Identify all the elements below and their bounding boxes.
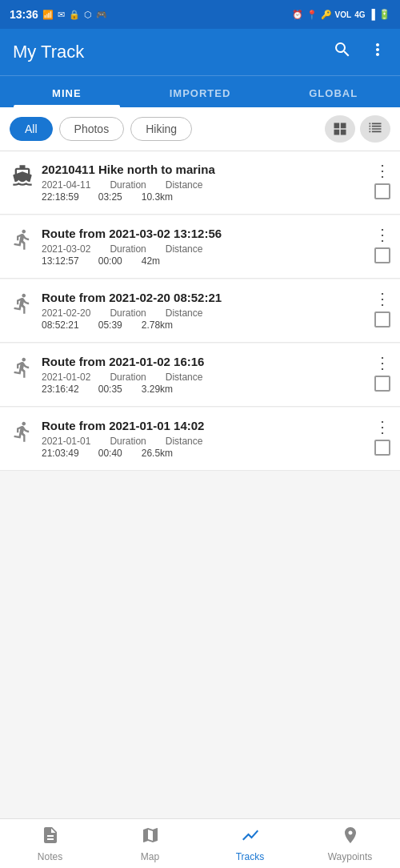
- track-actions: ⋮: [374, 227, 390, 263]
- track-content: Route from 2021-01-01 14:02 2021-01-01 D…: [42, 419, 366, 459]
- lte-icon: 4G: [354, 10, 365, 19]
- track-time: 13:12:57: [42, 255, 79, 267]
- track-title: 20210411 Hike north to marina: [42, 163, 366, 176]
- map-icon: [141, 826, 160, 850]
- track-meta-date: 2021-02-20 Duration Distance: [42, 307, 366, 319]
- tab-mine[interactable]: MINE: [0, 76, 134, 107]
- track-title: Route from 2021-03-02 13:12:56: [42, 227, 366, 240]
- track-checkbox[interactable]: [374, 440, 390, 456]
- filter-hiking[interactable]: Hiking: [130, 117, 192, 141]
- battery-icon: 🔋: [378, 9, 390, 20]
- track-checkbox[interactable]: [374, 376, 390, 392]
- track-time: 21:03:49: [42, 448, 79, 459]
- track-date: 2021-01-02: [42, 372, 90, 383]
- track-item[interactable]: Route from 2021-02-20 08:52:21 2021-02-2…: [0, 279, 400, 343]
- track-meta-values: 23:16:42 00:35 3.29km: [42, 384, 366, 395]
- status-left: 13:36 📶 ✉ 🔒 ⬡ 🎮: [10, 8, 107, 21]
- track-item[interactable]: Route from 2021-01-01 14:02 2021-01-01 D…: [0, 408, 400, 471]
- nav-notes[interactable]: Notes: [0, 819, 100, 868]
- track-meta-values: 22:18:59 03:25 10.3km: [42, 191, 366, 203]
- track-distance: 3.29km: [142, 384, 173, 395]
- track-icon-walk2: [11, 420, 34, 448]
- track-title: Route from 2021-02-20 08:52:21: [42, 291, 366, 304]
- signal-icon: ▐: [368, 9, 375, 20]
- track-time: 08:52:21: [42, 319, 79, 331]
- nav-map-label: Map: [141, 851, 159, 862]
- track-actions: ⋮: [374, 419, 390, 456]
- track-icon-run2: [11, 356, 34, 384]
- track-distance-label: Distance: [166, 179, 203, 191]
- bottom-nav: Notes Map Tracks Waypoints: [0, 818, 400, 868]
- track-distance-label: Distance: [166, 372, 203, 383]
- gamepad-icon: 🎮: [96, 10, 107, 20]
- track-meta-values: 13:12:57 00:00 42m: [42, 255, 366, 267]
- sim-icon: 📶: [42, 10, 54, 20]
- track-duration-label: Duration: [110, 243, 146, 255]
- track-title: Route from 2021-01-01 14:02: [42, 419, 366, 432]
- track-more-icon[interactable]: ⋮: [374, 419, 390, 435]
- track-item[interactable]: Route from 2021-01-02 16:16 2021-01-02 D…: [0, 344, 400, 407]
- track-meta-values: 21:03:49 00:40 26.5km: [42, 448, 366, 459]
- vol-icon: VOL: [335, 10, 352, 19]
- track-more-icon[interactable]: ⋮: [374, 163, 390, 179]
- more-options-icon[interactable]: [368, 40, 387, 64]
- track-actions: ⋮: [374, 163, 390, 199]
- nav-tracks-label: Tracks: [236, 851, 265, 862]
- tab-global[interactable]: GLOBAL: [266, 76, 400, 107]
- track-icon-run: [11, 292, 34, 319]
- tracks-icon: [241, 826, 260, 850]
- track-title: Route from 2021-01-02 16:16: [42, 355, 366, 368]
- track-checkbox[interactable]: [374, 311, 390, 328]
- status-bar: 13:36 📶 ✉ 🔒 ⬡ 🎮 ⏰ 📍 🔑 VOL 4G ▐ 🔋: [0, 0, 400, 29]
- track-date: 2021-02-20: [42, 307, 90, 319]
- track-more-icon[interactable]: ⋮: [374, 291, 390, 307]
- track-actions: ⋮: [374, 355, 390, 392]
- track-meta-date: 2021-03-02 Duration Distance: [42, 243, 366, 255]
- track-time: 23:16:42: [42, 384, 79, 395]
- track-item[interactable]: Route from 2021-03-02 13:12:56 2021-03-0…: [0, 215, 400, 279]
- nav-waypoints[interactable]: Waypoints: [300, 819, 400, 868]
- track-date: 2021-03-02: [42, 243, 90, 255]
- track-content: 20210411 Hike north to marina 2021-04-11…: [42, 163, 366, 203]
- list-view-button[interactable]: [360, 115, 390, 143]
- filter-row: All Photos Hiking: [0, 107, 400, 151]
- nav-tracks[interactable]: Tracks: [200, 819, 300, 868]
- main-tabs: MINE IMPORTED GLOBAL: [0, 75, 400, 107]
- alarm-icon: ⏰: [292, 10, 303, 20]
- filter-photos[interactable]: Photos: [59, 117, 125, 141]
- track-content: Route from 2021-01-02 16:16 2021-01-02 D…: [42, 355, 366, 395]
- track-meta-date: 2021-04-11 Duration Distance: [42, 179, 366, 191]
- track-distance-label: Distance: [166, 307, 203, 319]
- track-meta-date: 2021-01-02 Duration Distance: [42, 372, 366, 383]
- track-icon-walk: [11, 228, 34, 255]
- location-icon: 📍: [306, 10, 318, 20]
- track-duration: 00:00: [98, 255, 122, 267]
- track-checkbox[interactable]: [374, 183, 390, 199]
- track-distance: 10.3km: [142, 191, 173, 203]
- track-duration-label: Duration: [110, 436, 146, 447]
- track-duration: 05:39: [98, 319, 122, 331]
- track-more-icon[interactable]: ⋮: [374, 355, 390, 371]
- search-icon[interactable]: [333, 40, 352, 64]
- track-duration: 00:35: [98, 384, 122, 395]
- track-distance-label: Distance: [166, 243, 203, 255]
- track-meta-date: 2021-01-01 Duration Distance: [42, 436, 366, 447]
- status-time: 13:36: [10, 8, 38, 21]
- track-checkbox[interactable]: [374, 247, 390, 263]
- track-duration: 00:40: [98, 448, 122, 459]
- waypoints-icon: [341, 826, 360, 850]
- tab-imported[interactable]: IMPORTED: [134, 76, 267, 107]
- track-more-icon[interactable]: ⋮: [374, 227, 390, 243]
- nav-map[interactable]: Map: [100, 819, 200, 868]
- filter-all[interactable]: All: [10, 117, 53, 141]
- track-item[interactable]: 20210411 Hike north to marina 2021-04-11…: [0, 151, 400, 215]
- track-distance-label: Distance: [166, 436, 203, 447]
- track-duration-label: Duration: [110, 372, 146, 383]
- app-title: My Track: [13, 42, 333, 62]
- nav-notes-label: Notes: [38, 851, 62, 862]
- track-time: 22:18:59: [42, 191, 79, 203]
- message-icon: ✉: [58, 10, 65, 20]
- track-duration: 03:25: [98, 191, 122, 203]
- key-icon: 🔑: [321, 10, 332, 20]
- grid-view-button[interactable]: [325, 115, 355, 143]
